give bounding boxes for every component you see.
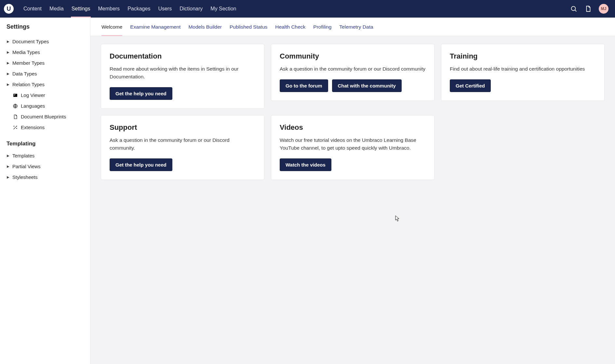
community-chat-button[interactable]: Chat with the community xyxy=(332,79,402,92)
card-button-row: Get Certified xyxy=(450,79,596,92)
tree-member-types[interactable]: ▶Member Types xyxy=(3,58,87,68)
tab-health-check[interactable]: Health Check xyxy=(275,18,305,36)
card-community: CommunityAsk a question in the community… xyxy=(271,44,435,101)
tree-item-label: Partial Views xyxy=(12,164,40,169)
tree-languages[interactable]: Languages xyxy=(3,101,87,111)
tree-relation-types[interactable]: ▶Relation Types xyxy=(3,79,87,90)
svg-line-1 xyxy=(575,10,576,11)
nav-members[interactable]: Members xyxy=(94,0,124,18)
tree-partial-views[interactable]: ▶Partial Views xyxy=(3,161,87,172)
card-body: Read more about working with the items i… xyxy=(110,65,256,81)
support-help-button[interactable]: Get the help you need xyxy=(110,158,172,171)
caret-right-icon: ▶ xyxy=(7,175,10,179)
tree-item-label: Languages xyxy=(21,103,45,109)
card-button-row: Get the help you need xyxy=(110,158,256,171)
sidebar-section-label: Templating xyxy=(0,133,90,150)
tree-item-label: Extensions xyxy=(21,125,45,130)
tree-item-label: Log Viewer xyxy=(21,92,45,98)
videos-watch-button[interactable]: Watch the videos xyxy=(280,158,331,171)
main-nav: ContentMediaSettingsMembersPackagesUsers… xyxy=(20,0,240,18)
nav-settings[interactable]: Settings xyxy=(68,0,94,18)
svg-rect-4 xyxy=(14,95,15,95)
nav-media[interactable]: Media xyxy=(46,0,68,18)
tree-item-label: Member Types xyxy=(12,60,45,66)
caret-right-icon: ▶ xyxy=(7,72,10,75)
card-documentation: DocumentationRead more about working wit… xyxy=(101,44,264,109)
doc-icon xyxy=(12,114,18,119)
tab-models-builder[interactable]: Models Builder xyxy=(188,18,222,36)
sidebar-title: Settings xyxy=(0,23,90,30)
card-title: Community xyxy=(280,52,426,61)
topbar-actions: MJ xyxy=(570,0,608,18)
globe-icon xyxy=(12,103,18,109)
tab-examine-management[interactable]: Examine Management xyxy=(130,18,180,36)
tree-item-label: Templates xyxy=(12,153,34,158)
card-title: Support xyxy=(110,123,256,132)
sidebar: Settings ▶Document Types▶Media Types▶Mem… xyxy=(0,18,90,364)
svg-rect-3 xyxy=(14,94,15,95)
tab-welcome[interactable]: Welcome xyxy=(101,18,122,36)
community-forum-button[interactable]: Go to the forum xyxy=(280,79,328,92)
wand-icon xyxy=(12,125,18,130)
card-body: Ask a question in the community forum or… xyxy=(110,136,256,152)
tree-extensions[interactable]: Extensions xyxy=(3,122,87,133)
app-logo-letter: U xyxy=(7,6,11,12)
caret-right-icon: ▶ xyxy=(7,165,10,168)
card-videos: VideosWatch our free tutorial videos on … xyxy=(271,115,435,180)
tree-item-label: Stylesheets xyxy=(12,174,38,180)
documentation-help-button[interactable]: Get the help you need xyxy=(110,87,172,100)
tree-item-label: Media Types xyxy=(12,49,40,55)
caret-right-icon: ▶ xyxy=(7,61,10,65)
caret-right-icon: ▶ xyxy=(7,50,10,54)
spacer xyxy=(240,0,570,18)
user-initials: MJ xyxy=(601,7,607,11)
caret-right-icon: ▶ xyxy=(7,40,10,43)
card-button-row: Get the help you need xyxy=(110,87,256,100)
nav-users[interactable]: Users xyxy=(154,0,176,18)
tree-templates[interactable]: ▶Templates xyxy=(3,150,87,161)
card-title: Documentation xyxy=(110,52,256,61)
tree-stylesheets[interactable]: ▶Stylesheets xyxy=(3,172,87,182)
tree-item-label: Document Blueprints xyxy=(21,114,66,119)
card-button-row: Go to the forumChat with the community xyxy=(280,79,426,92)
shell: Settings ▶Document Types▶Media Types▶Mem… xyxy=(0,18,615,364)
caret-right-icon: ▶ xyxy=(7,83,10,86)
card-body: Find out about real-life training and ce… xyxy=(450,65,596,73)
nav-packages[interactable]: Packages xyxy=(124,0,154,18)
svg-point-6 xyxy=(16,126,17,126)
card-title: Training xyxy=(450,52,596,61)
tree-document-types[interactable]: ▶Document Types xyxy=(3,36,87,47)
card-title: Videos xyxy=(280,123,426,132)
tree-document-blueprints[interactable]: Document Blueprints xyxy=(3,111,87,122)
cards-grid: DocumentationRead more about working wit… xyxy=(90,36,615,188)
main: WelcomeExamine ManagementModels BuilderP… xyxy=(90,18,615,364)
sidebar-tree: ▶Templates▶Partial Views▶Stylesheets xyxy=(0,150,90,182)
nav-content[interactable]: Content xyxy=(20,0,46,18)
search-icon[interactable] xyxy=(570,5,577,12)
tree-item-label: Data Types xyxy=(12,71,37,76)
card-button-row: Watch the videos xyxy=(280,158,426,171)
svg-point-8 xyxy=(16,128,17,128)
tree-log-viewer[interactable]: Log Viewer xyxy=(3,90,87,101)
app-logo[interactable]: U xyxy=(4,4,14,14)
tree-media-types[interactable]: ▶Media Types xyxy=(3,47,87,58)
tree-item-label: Relation Types xyxy=(12,82,45,87)
document-icon[interactable] xyxy=(584,5,592,12)
training-certified-button[interactable]: Get Certified xyxy=(450,79,491,92)
topbar: U ContentMediaSettingsMembersPackagesUse… xyxy=(0,0,615,18)
nav-dictionary[interactable]: Dictionary xyxy=(176,0,207,18)
sidebar-tree: ▶Document Types▶Media Types▶Member Types… xyxy=(0,36,90,133)
tree-item-label: Document Types xyxy=(12,39,49,44)
tab-profiling[interactable]: Profiling xyxy=(313,18,331,36)
card-training: TrainingFind out about real-life trainin… xyxy=(441,44,605,101)
tree-data-types[interactable]: ▶Data Types xyxy=(3,68,87,79)
caret-right-icon: ▶ xyxy=(7,154,10,157)
nav-my-section[interactable]: My Section xyxy=(207,0,240,18)
card-support: SupportAsk a question in the community f… xyxy=(101,115,264,180)
tab-telemetry-data[interactable]: Telemetry Data xyxy=(339,18,373,36)
log-icon xyxy=(12,93,18,98)
card-body: Ask a question in the community forum or… xyxy=(280,65,426,73)
tabs: WelcomeExamine ManagementModels BuilderP… xyxy=(90,18,615,36)
user-avatar[interactable]: MJ xyxy=(599,4,608,14)
tab-published-status[interactable]: Published Status xyxy=(230,18,267,36)
